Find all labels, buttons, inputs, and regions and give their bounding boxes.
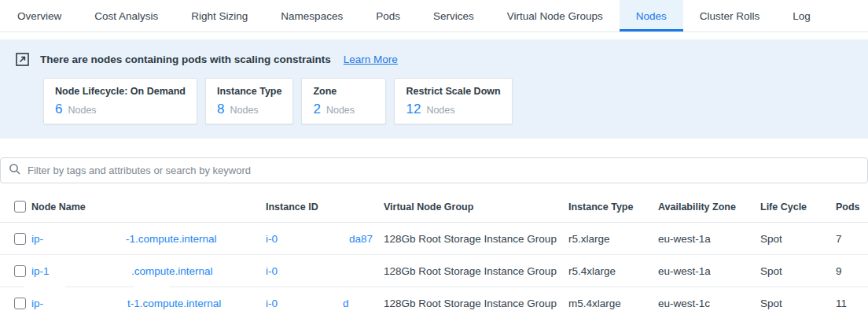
row-checkbox[interactable] (14, 265, 26, 277)
card-title: Zone (313, 86, 374, 97)
scale-out-icon (16, 53, 29, 66)
tab-cluster-rolls[interactable]: Cluster Rolls (683, 0, 777, 31)
table-row: ip- t-1.compute.internal i-0 d 128Gb Roo… (0, 287, 868, 318)
tab-pods[interactable]: Pods (359, 0, 417, 31)
pods-count: 9 (836, 255, 868, 287)
availability-zone: eu-west-1a (658, 255, 760, 287)
node-name-link[interactable]: ip- t-1.compute.internal (31, 287, 266, 318)
banner-message: There are nodes containing pods with sca… (40, 54, 331, 65)
tab-cost-analysis[interactable]: Cost Analysis (78, 0, 175, 31)
tab-right-sizing[interactable]: Right Sizing (175, 0, 264, 31)
table-row: ip-1 .compute.internal i-0 128Gb Root St… (0, 255, 868, 287)
virtual-node-group: 128Gb Root Storage Instance Group (384, 287, 568, 318)
col-instance-id: Instance ID (266, 191, 384, 222)
instance-type: m5.4xlarge (568, 287, 658, 318)
tab-overview[interactable]: Overview (1, 0, 78, 31)
card-instance-type[interactable]: Instance Type 8 Nodes (205, 78, 293, 124)
virtual-node-group: 128Gb Root Storage Instance Group (384, 255, 568, 287)
tab-services[interactable]: Services (417, 0, 491, 31)
card-node-lifecycle[interactable]: Node Lifecycle: On Demand 6 Nodes (43, 78, 197, 124)
card-unit: Nodes (68, 105, 96, 116)
card-title: Restrict Scale Down (406, 86, 500, 97)
row-checkbox[interactable] (14, 233, 26, 245)
virtual-node-group: 128Gb Root Storage Instance Group (384, 223, 568, 254)
learn-more-link[interactable]: Learn More (344, 54, 398, 65)
tab-virtual-node-groups[interactable]: Virtual Node Groups (491, 0, 620, 31)
instance-type: r5.4xlarge (568, 255, 658, 287)
instance-id[interactable]: i-0 (266, 255, 384, 287)
card-count: 2 (313, 102, 320, 117)
pods-count: 11 (836, 287, 868, 318)
node-name-link[interactable]: ip-1 .compute.internal (31, 255, 266, 287)
life-cycle: Spot (760, 223, 836, 254)
card-title: Node Lifecycle: On Demand (55, 86, 186, 97)
row-checkbox[interactable] (14, 298, 26, 309)
filter-bar (0, 157, 868, 183)
card-count: 12 (406, 102, 421, 117)
scaling-constraints-banner: There are nodes containing pods with sca… (0, 39, 868, 139)
tab-log[interactable]: Log (776, 0, 827, 31)
availability-zone: eu-west-1a (658, 223, 760, 254)
card-count: 6 (55, 102, 62, 117)
instance-type: r5.xlarge (568, 223, 658, 254)
card-unit: Nodes (426, 105, 454, 116)
availability-zone: eu-west-1c (658, 287, 760, 318)
nodes-table: Node Name Instance ID Virtual Node Group… (0, 191, 868, 318)
life-cycle: Spot (760, 255, 836, 287)
tab-bar: Overview Cost Analysis Right Sizing Name… (0, 0, 868, 32)
life-cycle: Spot (760, 287, 836, 318)
search-input[interactable] (28, 165, 859, 176)
card-title: Instance Type (217, 86, 281, 97)
tab-nodes[interactable]: Nodes (620, 0, 683, 31)
instance-id[interactable]: i-0 da87 (266, 223, 384, 254)
col-instance-type: Instance Type (568, 191, 658, 222)
tab-namespaces[interactable]: Namespaces (264, 0, 359, 31)
card-unit: Nodes (326, 105, 355, 116)
select-all-checkbox[interactable] (14, 201, 26, 213)
col-node-name: Node Name (31, 191, 266, 222)
col-pods: Pods (836, 191, 868, 222)
card-zone[interactable]: Zone 2 Nodes (301, 78, 386, 124)
table-row: ip- -1.compute.internal i-0 da87 128Gb R… (0, 223, 868, 255)
table-header-row: Node Name Instance ID Virtual Node Group… (0, 191, 868, 223)
redaction-patch (134, 287, 169, 289)
search-icon (9, 163, 21, 179)
card-unit: Nodes (230, 105, 258, 116)
pods-count: 7 (836, 223, 868, 254)
col-availability-zone: Availability Zone (658, 191, 760, 222)
instance-id[interactable]: i-0 d (266, 287, 384, 318)
node-name-link[interactable]: ip- -1.compute.internal (31, 223, 266, 254)
card-count: 8 (217, 102, 224, 117)
col-virtual-node-group: Virtual Node Group (384, 191, 568, 222)
col-life-cycle: Life Cycle (760, 191, 836, 222)
redaction-patch (24, 287, 65, 289)
constraint-cards: Node Lifecycle: On Demand 6 Nodes Instan… (43, 78, 852, 124)
card-restrict-scale-down[interactable]: Restrict Scale Down 12 Nodes (394, 78, 512, 124)
nodes-page: Overview Cost Analysis Right Sizing Name… (0, 0, 868, 318)
